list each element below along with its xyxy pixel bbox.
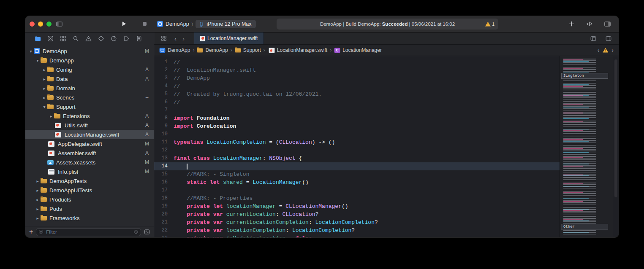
tab-overview-icon[interactable]	[161, 35, 167, 41]
editor-tab-active[interactable]: LocationManager.swift	[194, 32, 264, 44]
disclosure-right-icon[interactable]: ▸	[41, 77, 47, 81]
code-line-23[interactable]: 23 private var isUpdatingLocation = fals…	[154, 234, 560, 237]
inspector-toggle-icon[interactable]	[604, 21, 611, 27]
code-line-3[interactable]: 3// DemoApp	[154, 74, 560, 82]
disclosure-right-icon[interactable]: ▸	[35, 216, 41, 221]
split-editor-icon[interactable]	[605, 35, 612, 42]
close-window-button[interactable]	[30, 22, 35, 27]
tree-item-demoapptests[interactable]: ▸DemoAppTests	[25, 176, 154, 186]
tree-item-pods[interactable]: ▸Pods	[25, 204, 154, 213]
scm-status-filter-icon[interactable]	[144, 229, 150, 235]
editor-options-icon[interactable]	[590, 35, 597, 42]
warning-icon[interactable]	[603, 48, 608, 53]
tree-item-locationmanager-swift[interactable]: LocationManager.swiftA	[25, 130, 154, 139]
breadcrumb-locationmanager[interactable]: CLocationManager	[334, 47, 382, 53]
debug-navigator-icon[interactable]	[111, 35, 117, 42]
tree-item-assembler-swift[interactable]: Assembler.swiftA	[25, 148, 154, 158]
code-line-10[interactable]: 10	[154, 130, 560, 138]
code-line-13[interactable]: 13final class LocationManager: NSObject …	[154, 154, 560, 162]
breakpoint-navigator-icon[interactable]	[123, 35, 130, 42]
filter-field[interactable]	[36, 228, 141, 236]
find-navigator-icon[interactable]	[73, 35, 79, 42]
code-line-21[interactable]: 21 private var currentLocationCompletion…	[154, 218, 560, 226]
add-file-icon[interactable]: +	[29, 229, 33, 235]
tree-item-support[interactable]: ▾Support	[25, 102, 154, 111]
minimap-section-singleton[interactable]: Singleton	[561, 73, 608, 79]
warning-badge[interactable]: 1	[485, 22, 495, 27]
issue-navigator-icon[interactable]	[85, 35, 92, 42]
code-line-9[interactable]: 9import CoreLocation	[154, 122, 560, 130]
breadcrumb-support[interactable]: Support	[235, 47, 261, 53]
sidebar-toggle-icon[interactable]	[56, 21, 63, 27]
minimize-window-button[interactable]	[38, 22, 43, 27]
code-line-15[interactable]: 15 //MARK: - Singleton	[154, 170, 560, 178]
minimap[interactable]: Singleton Other	[560, 56, 613, 237]
code-line-7[interactable]: 7	[154, 106, 560, 114]
editor-scrollbar[interactable]	[614, 59, 617, 197]
disclosure-down-icon[interactable]: ▾	[41, 105, 47, 109]
tree-item-demoapp[interactable]: ▾DemoApp	[25, 56, 154, 65]
disclosure-right-icon[interactable]: ▸	[35, 197, 41, 202]
tree-item-appdelegate-swift[interactable]: AppDelegate.swiftM	[25, 139, 154, 148]
recents-clock-icon[interactable]	[133, 229, 139, 234]
activity-status-bar[interactable]: DemoApp | Build DemoApp: Succeeded | 05/…	[277, 19, 498, 30]
code-lines[interactable]: 1//2// LocationManager.swift3// DemoApp4…	[154, 56, 560, 237]
code-line-2[interactable]: 2// LocationManager.swift	[154, 66, 560, 74]
report-navigator-icon[interactable]	[136, 35, 142, 42]
code-line-4[interactable]: 4//	[154, 82, 560, 90]
code-line-11[interactable]: 11typealias LocationCompletion = (CLLoca…	[154, 138, 560, 146]
code-line-16[interactable]: 16 static let shared = LocationManager()	[154, 178, 560, 186]
code-line-5[interactable]: 5// Created by truong.quoc.tai on 12/06/…	[154, 90, 560, 98]
tree-item-domain[interactable]: ▸Domain	[25, 83, 154, 93]
disclosure-down-icon[interactable]: ▾	[28, 49, 34, 54]
disclosure-right-icon[interactable]: ▸	[41, 95, 47, 100]
tree-item-frameworks[interactable]: ▸Frameworks	[25, 213, 154, 223]
disclosure-right-icon[interactable]: ▸	[35, 179, 41, 183]
code-line-19[interactable]: 19 private let locationManager = CLLocat…	[154, 202, 560, 210]
minimap-section-other[interactable]: Other	[561, 224, 608, 230]
disclosure-right-icon[interactable]: ▸	[41, 67, 47, 72]
scheme-app-name[interactable]: DemoApp	[166, 21, 189, 27]
code-line-12[interactable]: 12	[154, 146, 560, 154]
disclosure-right-icon[interactable]: ▸	[48, 114, 54, 118]
code-line-6[interactable]: 6//	[154, 98, 560, 106]
code-line-20[interactable]: 20 private var currentLocation: CLLocati…	[154, 210, 560, 218]
tree-item-data[interactable]: ▸DataA	[25, 74, 154, 83]
test-navigator-icon[interactable]	[98, 35, 104, 42]
disclosure-down-icon[interactable]: ▾	[35, 58, 41, 63]
tree-item-products[interactable]: ▸Products	[25, 195, 154, 204]
library-plus-icon[interactable]	[568, 21, 575, 27]
tree-item-assets-xcassets[interactable]: Assets.xcassetsM	[25, 158, 154, 167]
zoom-window-button[interactable]	[46, 22, 52, 27]
code-line-22[interactable]: 22 private var locationCompletion: Locat…	[154, 226, 560, 234]
tree-item-info-plist[interactable]: Info.plistM	[25, 167, 154, 176]
tree-item-extensions[interactable]: ▸ExtensionsA	[25, 111, 154, 121]
symbol-navigator-icon[interactable]	[60, 35, 66, 42]
tree-item-utils-swift[interactable]: Utils.swiftA	[25, 121, 154, 130]
run-destination-selector[interactable]: iPhone 12 Pro Max	[196, 20, 255, 28]
editor-layout-icon[interactable]	[586, 21, 593, 27]
source-control-navigator-icon[interactable]	[47, 35, 54, 42]
code-line-8[interactable]: 8import Foundation	[154, 114, 560, 122]
tree-item-config[interactable]: ▸ConfigA	[25, 65, 154, 74]
breadcrumb-demoapp[interactable]: DemoApp	[197, 47, 228, 53]
run-button[interactable]	[121, 21, 127, 27]
breadcrumb-demoapp[interactable]: DemoApp	[159, 47, 190, 53]
code-line-17[interactable]: 17	[154, 186, 560, 194]
filter-input[interactable]	[45, 229, 132, 235]
go-back-icon[interactable]: ‹	[174, 35, 177, 42]
tree-item-demoappuitests[interactable]: ▸DemoAppUITests	[25, 186, 154, 195]
code-line-18[interactable]: 18 //MARK: - Properties	[154, 194, 560, 202]
breadcrumb-locationmanager-swift[interactable]: LocationManager.swift	[268, 47, 327, 53]
tree-item-demoapp[interactable]: ▾DemoAppM	[25, 46, 154, 56]
go-forward-icon[interactable]: ›	[182, 35, 185, 42]
project-navigator-icon[interactable]	[35, 35, 41, 42]
disclosure-right-icon[interactable]: ▸	[41, 86, 47, 91]
code-line-14[interactable]: 14	[154, 162, 560, 170]
disclosure-right-icon[interactable]: ▸	[35, 188, 41, 193]
disclosure-right-icon[interactable]: ▸	[35, 207, 41, 211]
tree-item-scenes[interactable]: ▸Scenes–	[25, 93, 154, 102]
code-line-1[interactable]: 1//	[154, 58, 560, 66]
previous-issue-icon[interactable]: ‹	[598, 47, 600, 54]
next-issue-icon[interactable]: ›	[611, 47, 614, 54]
